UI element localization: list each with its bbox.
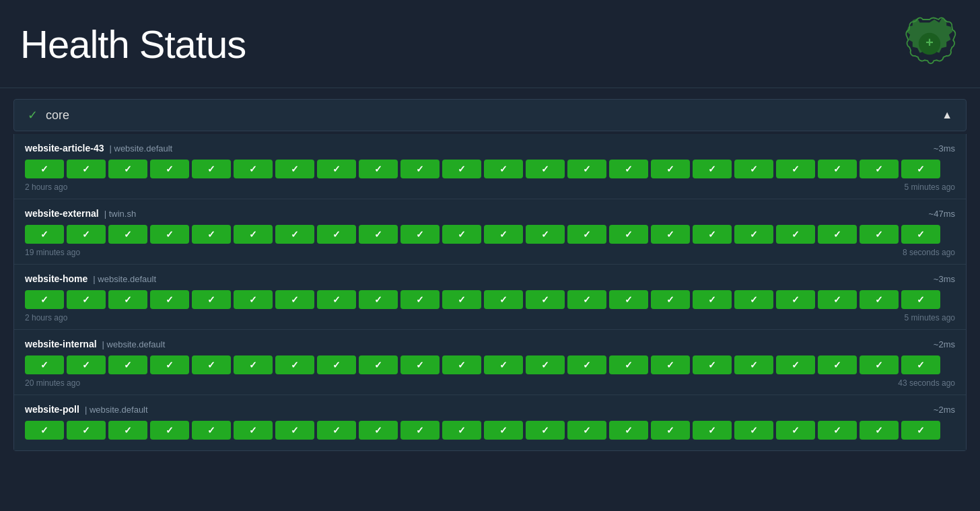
check-badge[interactable]: ✓: [25, 355, 64, 374]
check-badge[interactable]: ✓: [234, 421, 273, 440]
check-badge[interactable]: ✓: [484, 160, 523, 178]
check-badge[interactable]: ✓: [150, 160, 189, 178]
check-badge[interactable]: ✓: [609, 355, 648, 374]
check-badge[interactable]: ✓: [651, 225, 690, 244]
check-badge[interactable]: ✓: [693, 290, 732, 309]
check-badge[interactable]: ✓: [526, 421, 565, 440]
check-badge[interactable]: ✓: [400, 355, 440, 374]
check-badge[interactable]: ✓: [567, 225, 606, 244]
check-badge[interactable]: ✓: [150, 290, 189, 309]
check-badge[interactable]: ✓: [150, 421, 189, 440]
check-badge[interactable]: ✓: [860, 290, 899, 309]
check-badge[interactable]: ✓: [651, 421, 690, 440]
check-badge[interactable]: ✓: [150, 355, 189, 374]
check-badge[interactable]: ✓: [484, 355, 523, 374]
check-badge[interactable]: ✓: [734, 160, 773, 178]
check-badge[interactable]: ✓: [651, 290, 690, 309]
check-badge[interactable]: ✓: [484, 225, 523, 244]
check-badge[interactable]: ✓: [776, 355, 815, 374]
check-badge[interactable]: ✓: [359, 421, 398, 440]
check-badge[interactable]: ✓: [234, 355, 273, 374]
check-badge[interactable]: ✓: [317, 355, 356, 374]
check-badge[interactable]: ✓: [234, 160, 273, 178]
check-badge[interactable]: ✓: [275, 290, 314, 309]
check-badge[interactable]: ✓: [818, 421, 857, 440]
check-badge[interactable]: ✓: [400, 160, 440, 178]
check-badge[interactable]: ✓: [901, 160, 940, 178]
check-badge[interactable]: ✓: [234, 225, 273, 244]
check-badge[interactable]: ✓: [693, 421, 732, 440]
check-badge[interactable]: ✓: [275, 225, 314, 244]
check-badge[interactable]: ✓: [108, 160, 147, 178]
check-badge[interactable]: ✓: [567, 160, 606, 178]
check-badge[interactable]: ✓: [693, 225, 732, 244]
check-badge[interactable]: ✓: [567, 421, 606, 440]
check-badge[interactable]: ✓: [192, 290, 231, 309]
check-badge[interactable]: ✓: [400, 421, 440, 440]
check-badge[interactable]: ✓: [108, 355, 147, 374]
check-badge[interactable]: ✓: [901, 225, 940, 244]
check-badge[interactable]: ✓: [192, 225, 231, 244]
check-badge[interactable]: ✓: [275, 160, 314, 178]
check-badge[interactable]: ✓: [818, 225, 857, 244]
check-badge[interactable]: ✓: [192, 421, 231, 440]
check-badge[interactable]: ✓: [609, 160, 648, 178]
section-header-core[interactable]: ✓ core ▲: [13, 99, 967, 131]
check-badge[interactable]: ✓: [442, 160, 481, 178]
check-badge[interactable]: ✓: [192, 355, 231, 374]
check-badge[interactable]: ✓: [776, 225, 815, 244]
check-badge[interactable]: ✓: [442, 225, 481, 244]
check-badge[interactable]: ✓: [651, 355, 690, 374]
check-badge[interactable]: ✓: [359, 225, 398, 244]
check-badge[interactable]: ✓: [67, 421, 106, 440]
check-badge[interactable]: ✓: [484, 421, 523, 440]
check-badge[interactable]: ✓: [818, 355, 857, 374]
check-badge[interactable]: ✓: [651, 160, 690, 178]
check-badge[interactable]: ✓: [359, 290, 398, 309]
check-badge[interactable]: ✓: [25, 421, 64, 440]
check-badge[interactable]: ✓: [526, 160, 565, 178]
check-badge[interactable]: ✓: [442, 421, 481, 440]
check-badge[interactable]: ✓: [67, 160, 106, 178]
check-badge[interactable]: ✓: [442, 355, 481, 374]
check-badge[interactable]: ✓: [818, 160, 857, 178]
section-collapse-icon[interactable]: ▲: [942, 109, 952, 121]
check-badge[interactable]: ✓: [860, 421, 899, 440]
check-badge[interactable]: ✓: [860, 160, 899, 178]
check-badge[interactable]: ✓: [359, 160, 398, 178]
check-badge[interactable]: ✓: [609, 421, 648, 440]
check-badge[interactable]: ✓: [317, 160, 356, 178]
check-badge[interactable]: ✓: [400, 290, 440, 309]
check-badge[interactable]: ✓: [484, 290, 523, 309]
check-badge[interactable]: ✓: [776, 160, 815, 178]
check-badge[interactable]: ✓: [150, 225, 189, 244]
check-badge[interactable]: ✓: [234, 290, 273, 309]
check-badge[interactable]: ✓: [609, 225, 648, 244]
check-badge[interactable]: ✓: [734, 290, 773, 309]
check-badge[interactable]: ✓: [108, 421, 147, 440]
check-badge[interactable]: ✓: [317, 290, 356, 309]
check-badge[interactable]: ✓: [567, 355, 606, 374]
check-badge[interactable]: ✓: [901, 290, 940, 309]
check-badge[interactable]: ✓: [275, 421, 314, 440]
check-badge[interactable]: ✓: [734, 225, 773, 244]
check-badge[interactable]: ✓: [108, 225, 147, 244]
check-badge[interactable]: ✓: [901, 355, 940, 374]
check-badge[interactable]: ✓: [25, 290, 64, 309]
check-badge[interactable]: ✓: [609, 290, 648, 309]
check-badge[interactable]: ✓: [734, 421, 773, 440]
check-badge[interactable]: ✓: [526, 225, 565, 244]
check-badge[interactable]: ✓: [776, 421, 815, 440]
check-badge[interactable]: ✓: [67, 290, 106, 309]
check-badge[interactable]: ✓: [860, 225, 899, 244]
check-badge[interactable]: ✓: [67, 225, 106, 244]
check-badge[interactable]: ✓: [108, 290, 147, 309]
check-badge[interactable]: ✓: [275, 355, 314, 374]
check-badge[interactable]: ✓: [526, 290, 565, 309]
check-badge[interactable]: ✓: [67, 355, 106, 374]
check-badge[interactable]: ✓: [693, 355, 732, 374]
check-badge[interactable]: ✓: [818, 290, 857, 309]
check-badge[interactable]: ✓: [359, 355, 398, 374]
check-badge[interactable]: ✓: [400, 225, 440, 244]
check-badge[interactable]: ✓: [901, 421, 940, 440]
